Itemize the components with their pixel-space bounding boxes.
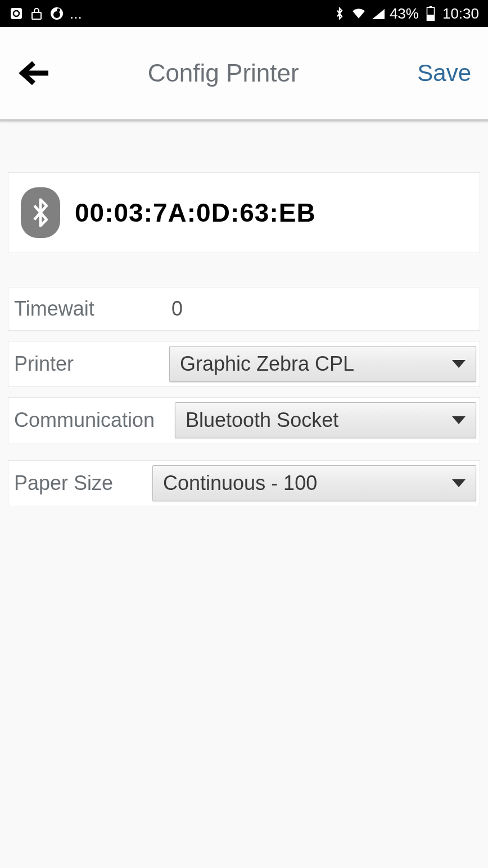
paper-size-dropdown[interactable]: Continuous - 100 [152,465,476,501]
svg-rect-7 [427,15,434,21]
status-bar: ... 43% 10:30 [0,0,488,27]
communication-row: Communication Bluetooth Socket [8,397,480,443]
wifi-icon [351,6,366,21]
svg-point-3 [53,11,60,18]
battery-percent-text: 43% [390,5,419,23]
mac-address-text: 00:03:7A:0D:63:EB [75,197,316,228]
svg-rect-0 [11,8,22,19]
chevron-down-icon [452,360,466,368]
communication-dropdown[interactable]: Bluetooth Socket [175,402,476,438]
paper-size-row: Paper Size Continuous - 100 [8,460,480,506]
paper-size-label: Paper Size [12,471,152,495]
paper-size-selected: Continuous - 100 [163,471,317,495]
communication-selected: Bluetooth Socket [186,408,338,432]
signal-icon [370,6,385,21]
timewait-label: Timewait [12,297,169,321]
timewait-row: Timewait 0 [8,287,480,331]
communication-label: Communication [12,408,175,432]
save-button[interactable]: Save [417,60,471,87]
svg-point-4 [57,8,60,12]
clock-text: 10:30 [442,5,479,23]
bluetooth-icon [21,187,60,238]
chevron-down-icon [452,416,466,424]
device-address-card[interactable]: 00:03:7A:0D:63:EB [8,172,480,253]
battery-icon [423,6,438,21]
lock-icon [29,6,44,21]
overflow-dots: ... [70,5,82,23]
status-left: ... [9,5,82,23]
app-bar: Config Printer Save [0,27,488,122]
page-title: Config Printer [29,59,417,87]
bluetooth-status-icon [332,6,347,21]
timewait-value[interactable]: 0 [169,297,183,321]
content: 00:03:7A:0D:63:EB Timewait 0 Printer Gra… [0,122,488,506]
chevron-down-icon [452,479,466,487]
status-right: 43% 10:30 [332,5,479,23]
app-icon-1 [9,6,24,21]
printer-label: Printer [12,352,169,376]
printer-row: Printer Graphic Zebra CPL [8,341,480,387]
printer-dropdown[interactable]: Graphic Zebra CPL [169,346,476,382]
svg-rect-1 [32,12,41,19]
vodafone-icon [49,6,64,21]
printer-selected: Graphic Zebra CPL [180,352,354,376]
